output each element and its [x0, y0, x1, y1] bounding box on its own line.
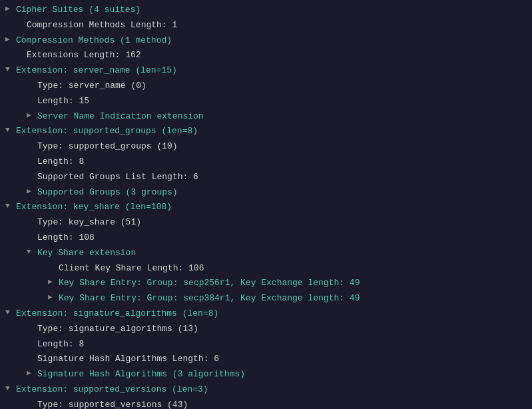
tree-line: Type: supported_groups (10) [0, 139, 532, 155]
tree-text: Length: 8 [37, 338, 84, 352]
tree-text: Extension: signature_algorithms (len=8) [16, 307, 218, 321]
tree-text: Key Share Entry: Group: secp384r1, Key E… [59, 292, 360, 306]
tree-text: Length: 8 [37, 155, 84, 169]
tree-line: Compression Methods Length: 1 [0, 18, 532, 33]
tree-arrow[interactable] [27, 368, 36, 380]
tree-arrow[interactable] [27, 246, 36, 258]
tree-container: Cipher Suites (4 suites)Compression Meth… [0, 0, 532, 409]
tree-arrow[interactable] [5, 3, 15, 15]
tree-line: Cipher Suites (4 suites) [0, 3, 532, 18]
tree-text: Server Name Indication extension [37, 110, 204, 124]
tree-text: Supported Groups (3 groups) [37, 186, 178, 200]
tree-arrow[interactable] [48, 292, 57, 304]
tree-text: Type: supported_groups (10) [37, 140, 178, 154]
tree-line: Extensions Length: 162 [0, 48, 532, 63]
tree-text: Length: 15 [37, 95, 89, 109]
tree-text: Client Key Share Length: 106 [59, 262, 204, 276]
tree-line: Signature Hash Algorithms Length: 6 [0, 352, 532, 367]
tree-text: Compression Methods Length: 1 [27, 19, 177, 33]
tree-text: Type: signature_algorithms (13) [37, 322, 198, 336]
tree-text: Extensions Length: 162 [27, 49, 141, 63]
tree-arrow[interactable] [5, 125, 15, 137]
tree-line: Extension: supported_groups (len=8) [0, 124, 532, 139]
tree-text: Key Share extension [37, 246, 136, 260]
tree-line: Supported Groups (3 groups) [0, 185, 532, 201]
tree-text: Type: server_name (0) [37, 79, 146, 93]
tree-arrow[interactable] [5, 307, 15, 319]
tree-text: Type: supported_versions (43) [37, 398, 188, 409]
tree-text: Key Share Entry: Group: secp256r1, Key E… [59, 276, 360, 290]
tree-arrow[interactable] [27, 186, 36, 198]
tree-line: Type: supported_versions (43) [0, 398, 532, 409]
tree-line: Supported Groups List Length: 6 [0, 170, 532, 185]
tree-text: Type: key_share (51) [37, 216, 141, 230]
tree-text: Extension: supported_groups (len=8) [16, 125, 198, 139]
tree-text: Length: 108 [37, 231, 95, 245]
tree-arrow[interactable] [27, 110, 36, 122]
tree-line: Server Name Indication extension [0, 109, 532, 125]
tree-text: Signature Hash Algorithms (3 algorithms) [37, 368, 245, 382]
tree-line: Extension: key_share (len=108) [0, 200, 532, 215]
tree-line: Length: 8 [0, 155, 532, 170]
tree-arrow[interactable] [48, 276, 57, 288]
tree-line: Compression Methods (1 method) [0, 33, 532, 49]
tree-line: Extension: supported_versions (len=3) [0, 382, 532, 398]
tree-line: Length: 108 [0, 230, 532, 246]
tree-text: Compression Methods (1 method) [16, 34, 172, 48]
tree-arrow[interactable] [5, 383, 15, 395]
tree-line: Length: 8 [0, 337, 532, 352]
tree-line: Key Share Entry: Group: secp384r1, Key E… [0, 291, 532, 306]
tree-line: Type: server_name (0) [0, 79, 532, 94]
tree-text: Cipher Suites (4 suites) [16, 3, 140, 17]
tree-line: Signature Hash Algorithms (3 algorithms) [0, 367, 532, 382]
tree-line: Extension: signature_algorithms (len=8) [0, 306, 532, 322]
tree-arrow[interactable] [5, 201, 15, 212]
tree-text: Supported Groups List Length: 6 [37, 171, 198, 185]
tree-line: Key Share extension [0, 246, 532, 261]
tree-text: Extension: supported_versions (len=3) [16, 383, 208, 397]
tree-text: Extension: key_share (len=108) [16, 201, 172, 214]
tree-line: Length: 15 [0, 94, 532, 109]
tree-text: Signature Hash Algorithms Length: 6 [37, 352, 219, 366]
tree-text: Extension: server_name (len=15) [16, 64, 177, 78]
tree-line: Key Share Entry: Group: secp256r1, Key E… [0, 276, 532, 291]
tree-line: Client Key Share Length: 106 [0, 261, 532, 276]
tree-line: Type: key_share (51) [0, 215, 532, 230]
tree-arrow[interactable] [5, 34, 15, 46]
tree-line: Type: signature_algorithms (13) [0, 322, 532, 337]
tree-arrow[interactable] [5, 64, 15, 76]
tree-line: Extension: server_name (len=15) [0, 63, 532, 79]
